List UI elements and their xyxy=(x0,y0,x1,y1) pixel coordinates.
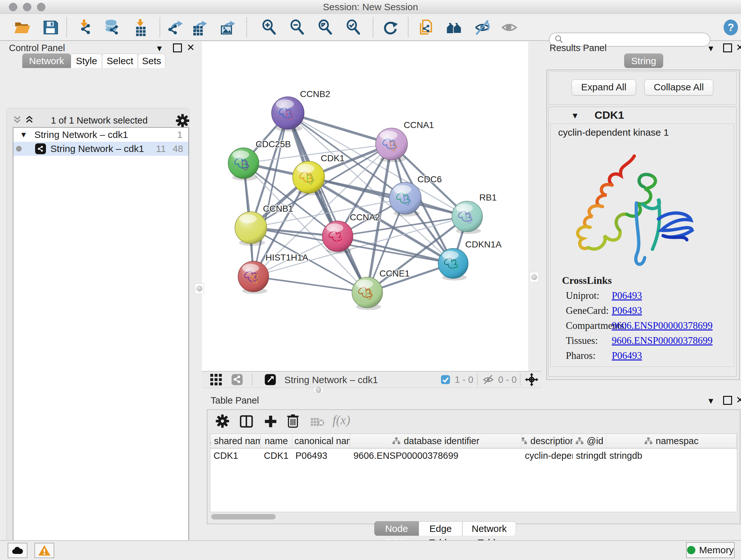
selected-checkbox-icon[interactable] xyxy=(441,375,450,386)
collapse-all-networks-icon[interactable] xyxy=(12,115,22,125)
save-session-icon[interactable] xyxy=(42,18,59,37)
expand-all-button[interactable]: Expand All xyxy=(571,79,636,96)
network-options-gear-icon[interactable] xyxy=(176,114,189,129)
cell[interactable]: stringdb:9... xyxy=(573,449,606,462)
tab-network-table[interactable]: Network Table xyxy=(462,521,516,536)
move-network-icon[interactable] xyxy=(525,373,538,388)
clone-network-icon[interactable] xyxy=(417,18,435,37)
node-label-CCNA1: CCNA1 xyxy=(404,120,434,130)
first-neighbors-icon[interactable] xyxy=(446,18,463,37)
zoom-selected-icon[interactable] xyxy=(345,18,362,37)
export-table-icon[interactable] xyxy=(191,18,209,37)
import-table-file-icon[interactable] xyxy=(131,18,149,37)
close-panel-icon[interactable]: ✕ xyxy=(736,395,741,405)
column-header--id[interactable]: @id xyxy=(573,434,606,448)
show-all-icon xyxy=(500,18,518,37)
tab-select[interactable]: Select xyxy=(102,54,138,68)
warnings-button[interactable] xyxy=(35,543,54,558)
collapse-panel-icon[interactable]: ▾ xyxy=(709,44,713,53)
cell[interactable]: cyclin-dependent ... xyxy=(522,449,573,462)
close-panel-icon[interactable]: ✕ xyxy=(187,43,195,52)
cell[interactable]: stringdb xyxy=(606,449,737,462)
tab-edge-table[interactable]: Edge Table xyxy=(419,521,462,536)
table-row[interactable]: CDK1CDK1P064939606.ENSP00000378699cyclin… xyxy=(210,449,737,462)
node-count: 11 xyxy=(156,143,166,154)
hide-selected-icon[interactable] xyxy=(474,18,491,37)
network-node-CCNB1[interactable]: CCNB1 xyxy=(235,204,293,246)
network-node-CDK1[interactable]: CDK1 xyxy=(293,153,345,195)
collapse-panel-icon[interactable]: ▾ xyxy=(157,44,162,53)
crosslink-link[interactable]: P06493 xyxy=(612,350,642,361)
cell[interactable]: 9606.ENSP00000378699 xyxy=(350,449,522,462)
expand-all-networks-icon[interactable] xyxy=(24,115,34,125)
zoom-out-icon[interactable] xyxy=(288,18,307,37)
close-panel-icon[interactable]: ✕ xyxy=(736,43,741,52)
tab-network[interactable]: Network xyxy=(22,54,71,68)
float-panel-icon[interactable] xyxy=(723,396,732,407)
right-splitter-handle[interactable] xyxy=(530,272,539,282)
network-node-CCNE1[interactable]: CCNE1 xyxy=(352,268,410,310)
import-network-database-icon[interactable] xyxy=(103,18,121,37)
network-node-CDKN1A[interactable]: CDKN1A xyxy=(438,240,502,281)
hidden-eye-icon[interactable] xyxy=(482,375,494,386)
cloud-button[interactable] xyxy=(8,543,27,558)
network-edge-CDK1-RB1[interactable] xyxy=(309,177,467,216)
column-header-shared-name[interactable]: shared name xyxy=(210,434,261,448)
zoom-fit-icon[interactable] xyxy=(317,18,334,37)
network-node-CDC6[interactable]: CDC6 xyxy=(389,174,442,216)
network-node-HIST1H1A[interactable]: HIST1H1A xyxy=(238,253,308,294)
tab-string[interactable]: String xyxy=(624,54,663,68)
horizontal-scrollbar-thumb[interactable] xyxy=(211,514,276,519)
help-icon[interactable]: ? xyxy=(722,18,740,37)
network-tree-root-row[interactable]: ▼ String Network – cdk1 1 xyxy=(13,128,188,142)
network-edge-CCNB2-CCNE1[interactable] xyxy=(288,113,367,293)
string-results-card: Expand All Collapse All ▼ CDK1 cyclin-de… xyxy=(546,70,740,380)
table-options-gear-icon[interactable] xyxy=(216,415,229,429)
show-columns-icon[interactable] xyxy=(239,415,253,430)
network-edge-HIST1H1A-CCNE1[interactable] xyxy=(253,276,367,293)
tab-sets[interactable]: Sets xyxy=(138,54,165,68)
column-header-canonical-name[interactable]: canonical name xyxy=(292,434,350,448)
cell[interactable]: CDK1 xyxy=(261,449,292,462)
column-type-icon xyxy=(644,437,653,445)
network-node-RB1[interactable]: RB1 xyxy=(452,192,496,234)
crosslink-link[interactable]: P06493 xyxy=(612,290,642,301)
crosslink-link[interactable]: 9606.ENSP00000378699 xyxy=(612,320,713,331)
delete-column-icon[interactable] xyxy=(286,414,299,430)
cell[interactable]: CDK1 xyxy=(210,449,261,462)
open-in-window-icon[interactable] xyxy=(265,374,276,387)
apply-layout-icon[interactable] xyxy=(381,18,399,37)
crosslink-label: GeneCard: xyxy=(566,305,609,316)
zoom-in-icon[interactable] xyxy=(260,18,278,37)
float-panel-icon[interactable] xyxy=(723,44,732,54)
column-header-description[interactable]: description xyxy=(522,434,573,448)
left-splitter-handle[interactable] xyxy=(195,284,204,294)
node-label-CDC25B: CDC25B xyxy=(256,139,291,149)
network-edge-CCNB2-HIST1H1A[interactable] xyxy=(253,113,288,276)
column-header-namespac[interactable]: namespac xyxy=(606,434,737,448)
open-file-icon[interactable] xyxy=(13,18,31,37)
tab-style[interactable]: Style xyxy=(71,54,102,68)
export-image-icon[interactable] xyxy=(219,18,237,37)
tab-node-table[interactable]: Node Table xyxy=(374,521,419,536)
network-node-CDC25B[interactable]: CDC25B xyxy=(228,139,291,181)
cell[interactable]: P06493 xyxy=(292,449,350,462)
crosslink-link[interactable]: 9606.ENSP00000378699 xyxy=(612,335,713,347)
network-selection-status: 1 of 1 Network selected xyxy=(42,115,157,126)
network-canvas[interactable]: CCNB2CCNA1CDC25BCDK1CDC6RB1CCNB1CCNA2CDK… xyxy=(202,42,528,371)
network-tree-row-selected[interactable]: String Network – cdk1 11 48 xyxy=(13,142,188,156)
export-network-icon[interactable] xyxy=(166,18,185,37)
collapse-all-button[interactable]: Collapse All xyxy=(644,79,713,96)
column-header-name[interactable]: name xyxy=(261,434,292,448)
collapse-panel-icon[interactable]: ▾ xyxy=(709,396,713,406)
add-column-icon[interactable] xyxy=(264,415,278,430)
column-header-database-identifier[interactable]: database identifier xyxy=(350,434,522,448)
crosslink-link[interactable]: P06493 xyxy=(612,305,642,316)
tree-caret-icon[interactable]: ▼ xyxy=(20,130,27,139)
import-network-file-icon[interactable] xyxy=(75,18,93,37)
window-title: Session: New Session xyxy=(0,0,741,14)
section-caret-icon[interactable]: ▼ xyxy=(571,111,579,121)
float-panel-icon[interactable] xyxy=(173,44,182,54)
birdseye-view-icon[interactable] xyxy=(210,374,222,387)
memory-button[interactable]: Memory xyxy=(686,542,735,558)
